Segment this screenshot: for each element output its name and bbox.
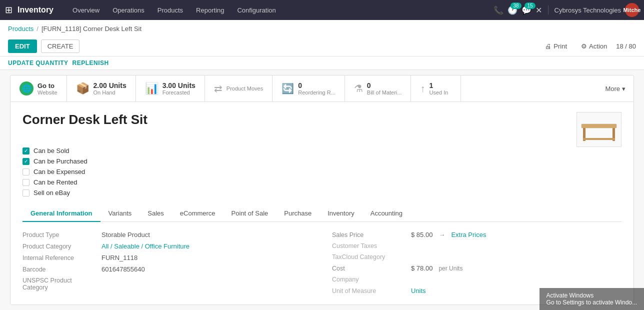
replenish-button[interactable]: REPLENISH [72, 60, 109, 66]
tab-accounting[interactable]: Accounting [362, 206, 410, 222]
top-navigation: ⊞ Inventory Overview Operations Products… [0, 0, 644, 20]
more-button[interactable]: More ▾ [597, 76, 634, 102]
tab-general-information[interactable]: General Information [22, 206, 100, 222]
cost-value: $ 78.00 [411, 264, 432, 272]
cost-label: Cost [332, 265, 407, 272]
more-label: More [605, 85, 620, 92]
nav-operations[interactable]: Operations [106, 4, 150, 17]
company-name: Cybrosys Technologies [554, 6, 621, 14]
top-right-icons: 📞 🕐 38 💬 15 ✕ Cybrosys Technologies Mitc… [494, 3, 639, 17]
can-be-purchased-checkbox[interactable] [22, 158, 30, 165]
chevron-down-icon: ▾ [622, 85, 626, 92]
print-button[interactable]: 🖨 Print [540, 40, 572, 52]
tab-inventory[interactable]: Inventory [320, 206, 362, 222]
nav-items: Overview Operations Products Reporting C… [66, 4, 490, 17]
checkbox-sold: Can be Sold [22, 147, 622, 154]
breadcrumb-parent[interactable]: Products [8, 25, 34, 32]
checkbox-ebay: Sell on eBay [22, 189, 622, 196]
activate-line2: Go to Settings to activate Windo... [546, 299, 637, 306]
customer-taxes-row: Customer Taxes [332, 242, 622, 250]
globe-icon: 🌐 [20, 82, 34, 96]
tab-variants[interactable]: Variants [100, 206, 140, 222]
can-be-sold-checkbox[interactable] [22, 148, 30, 154]
product-image [576, 112, 622, 147]
barcode-label: Barcode [22, 266, 98, 273]
on-hand-value: 2.00 Units [94, 82, 126, 90]
customer-taxes-label: Customer Taxes [332, 242, 407, 250]
tab-purchase[interactable]: Purchase [276, 206, 320, 222]
breadcrumb: Products / [FURN_1118] Corner Desk Left … [0, 20, 644, 38]
forecasted-value: 3.00 Units [162, 82, 196, 90]
taxcloud-category-row: TaxCloud Category [332, 254, 622, 260]
can-be-rented-checkbox[interactable] [22, 179, 30, 186]
apps-grid-icon[interactable]: ⊞ [5, 4, 12, 16]
sales-price-value: $ 85.00 [411, 231, 432, 238]
unit-of-measure-value[interactable]: Units [411, 287, 426, 294]
nav-overview[interactable]: Overview [66, 4, 106, 17]
nav-configuration[interactable]: Configuration [231, 4, 282, 17]
bom-icon: ⚗ [354, 82, 363, 94]
chat-badge[interactable]: 💬 15 [522, 6, 532, 15]
used-icon: ↑ [420, 83, 425, 94]
extra-prices-link[interactable]: Extra Prices [451, 231, 486, 238]
unspsc-row: UNSPSC ProductCategory [22, 277, 312, 291]
create-button[interactable]: CREATE [41, 40, 80, 53]
printer-icon: 🖨 [545, 42, 552, 50]
goto-website-value: Go to [38, 82, 58, 90]
tab-point-of-sale[interactable]: Point of Sale [224, 206, 276, 222]
nav-reporting[interactable]: Reporting [190, 4, 230, 17]
can-be-purchased-label: Can be Purchased [34, 158, 88, 165]
content-area: 🌐 Go to Website 📦 2.00 Units On Hand 📊 3… [0, 70, 644, 310]
product-type-row: Product Type Storable Product [22, 231, 312, 238]
used-value: 1 [429, 82, 448, 90]
product-category-value[interactable]: All / Saleable / Office Furniture [102, 242, 190, 250]
edit-button[interactable]: EDIT [8, 40, 37, 53]
user-avatar[interactable]: Mitche [625, 3, 639, 17]
stat-goto-website[interactable]: 🌐 Go to Website [10, 76, 67, 102]
breadcrumb-separator: / [36, 25, 38, 32]
unit-of-measure-label: Unit of Measure [332, 288, 407, 294]
sales-price-label: Sales Price [332, 232, 407, 238]
on-hand-icon: 📦 [76, 82, 90, 95]
stat-product-moves[interactable]: ⇄ Product Moves [205, 76, 272, 102]
sell-on-ebay-label: Sell on eBay [34, 189, 70, 196]
product-category-row: Product Category All / Saleable / Office… [22, 242, 312, 250]
bom-value: 0 [367, 82, 402, 90]
close-icon[interactable]: ✕ [536, 6, 542, 15]
company-row: Company [332, 276, 622, 283]
forecasted-label: Forecasted [162, 90, 196, 96]
stat-used-in[interactable]: ↑ 1 Used In [411, 76, 461, 102]
product-moves-label: Product Moves [226, 86, 263, 92]
page-counter: 18 / 80 [616, 42, 636, 50]
product-form: Corner Desk Left Sit Can be Sold [10, 102, 634, 305]
sell-on-ebay-checkbox[interactable] [22, 190, 30, 196]
product-type-label: Product Type [22, 232, 98, 238]
product-header: Corner Desk Left Sit [22, 112, 622, 147]
general-info-fields: Product Type Storable Product Product Ca… [22, 231, 622, 294]
nav-products[interactable]: Products [152, 4, 189, 17]
stat-on-hand[interactable]: 📦 2.00 Units On Hand [67, 76, 136, 102]
stat-reordering[interactable]: 🔄 0 Reordering R... [272, 76, 345, 102]
clock-badge-count: 38 [510, 2, 521, 9]
stat-bom[interactable]: ⚗ 0 Bill of Materi... [345, 76, 412, 102]
action-label: Action [589, 42, 607, 50]
barcode-value: 601647855640 [102, 266, 145, 273]
internal-reference-label: Internal Reference [22, 254, 98, 262]
internal-reference-row: Internal Reference FURN_1118 [22, 254, 312, 262]
can-be-expensed-checkbox[interactable] [22, 168, 30, 176]
chat-badge-count: 15 [524, 2, 535, 9]
tab-ecommerce[interactable]: eCommerce [172, 206, 224, 222]
internal-reference-value: FURN_1118 [102, 254, 138, 262]
stat-forecasted[interactable]: 📊 3.00 Units Forecasted [136, 76, 205, 102]
product-category-label: Product Category [22, 243, 98, 250]
company-label: Company [332, 276, 407, 283]
product-name: Corner Desk Left Sit [22, 112, 148, 128]
clock-badge[interactable]: 🕐 38 [508, 6, 518, 15]
tab-sales[interactable]: Sales [140, 206, 172, 222]
cost-row: Cost $ 78.00 per Units [332, 264, 622, 272]
can-be-sold-label: Can be Sold [34, 147, 70, 154]
smart-buttons-bar: UPDATE QUANTITY REPLENISH [0, 56, 644, 70]
update-quantity-button[interactable]: UPDATE QUANTITY [8, 60, 68, 66]
action-button[interactable]: ⚙ Action [576, 40, 612, 52]
phone-icon[interactable]: 📞 [494, 6, 504, 15]
